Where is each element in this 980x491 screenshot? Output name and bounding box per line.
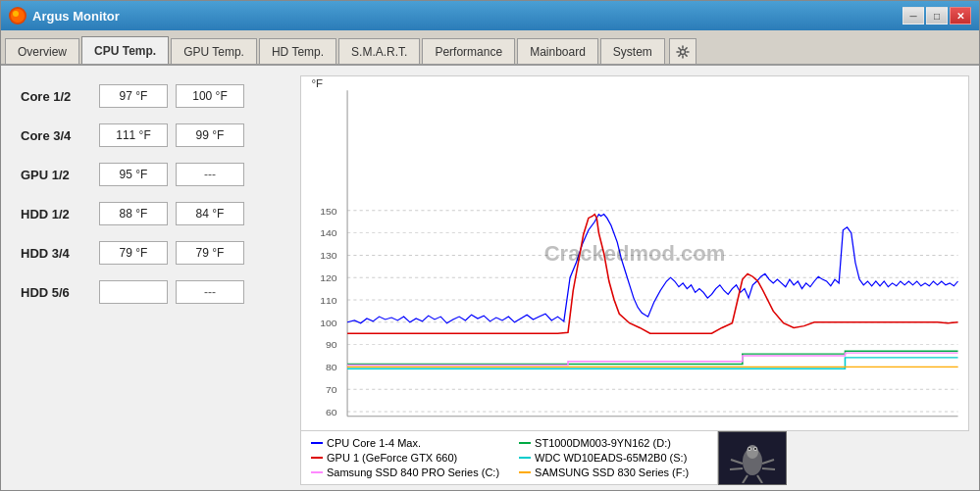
tab-smart[interactable]: S.M.A.R.T. (338, 38, 420, 64)
svg-point-32 (754, 448, 756, 450)
sensor-row-core12: Core 1/2 97 °F 100 °F (21, 80, 276, 112)
tab-overview[interactable]: Overview (5, 38, 79, 64)
svg-text:140: 140 (320, 228, 337, 238)
sensor-row-gpu12: GPU 1/2 95 °F --- (21, 159, 276, 190)
legend-item-cpu: CPU Core 1-4 Max. (311, 436, 499, 449)
svg-text:150: 150 (320, 206, 337, 216)
legend-label-st1000: ST1000DM003-9YN162 (D:) (535, 437, 671, 449)
sensor-row-hdd34: HDD 3/4 79 °F 79 °F (21, 237, 276, 269)
sensor-label-hdd34: HDD 3/4 (21, 246, 99, 261)
legend-color-gpu (311, 457, 323, 459)
legend-item-samsung840: Samsung SSD 840 PRO Series (C:) (311, 466, 499, 479)
svg-line-35 (762, 460, 774, 464)
svg-line-37 (743, 475, 748, 483)
tab-gpu-temp[interactable]: GPU Temp. (171, 38, 257, 64)
svg-point-1 (13, 11, 19, 17)
minimize-button[interactable]: ─ (903, 7, 924, 25)
sensor-val2-core12: 100 °F (176, 84, 244, 108)
sensor-val1-core12: 97 °F (99, 84, 168, 108)
left-panel: Core 1/2 97 °F 100 °F Core 3/4 111 °F 99… (1, 66, 295, 490)
gecko-area (718, 431, 787, 485)
legend-item-gpu: GPU 1 (GeForce GTX 660) (311, 451, 499, 464)
sensor-val2-hdd34: 79 °F (176, 241, 244, 265)
sensor-val2-gpu12: --- (176, 163, 244, 186)
content-area: Core 1/2 97 °F 100 °F Core 3/4 111 °F 99… (1, 66, 979, 490)
app-icon (9, 7, 26, 25)
gecko-logo (723, 434, 782, 483)
sensor-label-gpu12: GPU 1/2 (21, 168, 99, 182)
sensor-val2-hdd56: --- (176, 280, 244, 304)
sensor-label-hdd12: HDD 1/2 (21, 207, 99, 221)
svg-text:80: 80 (326, 363, 337, 372)
app-title: Argus Monitor (32, 9, 120, 24)
right-panel: Crackedmod.com °F 60 70 (295, 66, 979, 490)
svg-point-28 (747, 445, 758, 459)
svg-line-34 (730, 468, 743, 469)
legend-color-samsung840 (311, 471, 323, 473)
legend-label-samsung840: Samsung SSD 840 PRO Series (C:) (327, 466, 499, 478)
temperature-chart: °F 60 70 80 90 100 (301, 76, 968, 430)
chart-container: Crackedmod.com °F 60 70 (300, 75, 969, 431)
settings-button[interactable] (669, 38, 696, 64)
tab-cpu-temp[interactable]: CPU Temp. (81, 36, 169, 64)
legend-item-wdc: WDC WD10EADS-65M2B0 (S:) (519, 451, 707, 464)
title-bar-controls: ─ □ ✕ (903, 7, 971, 25)
svg-text:90: 90 (326, 340, 337, 350)
svg-text:60: 60 (326, 407, 337, 417)
sensor-val1-hdd34: 79 °F (99, 241, 168, 265)
svg-rect-3 (301, 76, 968, 430)
legend-label-samsung830: SAMSUNG SSD 830 Series (F:) (535, 466, 689, 478)
bottom-row: CPU Core 1-4 Max. ST1000DM003-9YN162 (D:… (300, 431, 969, 485)
sensor-val1-core34: 111 °F (99, 123, 168, 147)
maximize-button[interactable]: □ (926, 7, 948, 25)
legend-color-st1000 (519, 442, 531, 444)
tab-mainboard[interactable]: Mainboard (517, 38, 598, 64)
svg-point-2 (680, 49, 685, 54)
sensor-val1-hdd12: 88 °F (99, 202, 168, 225)
sensor-val2-core34: 99 °F (176, 123, 244, 147)
legend-label-cpu: CPU Core 1-4 Max. (327, 437, 421, 449)
svg-text:70: 70 (326, 384, 337, 394)
sensor-val1-hdd56 (99, 280, 168, 304)
gear-icon (676, 45, 690, 59)
legend-item-st1000: ST1000DM003-9YN162 (D:) (519, 436, 707, 449)
sensor-row-hdd12: HDD 1/2 88 °F 84 °F (21, 198, 276, 229)
svg-line-33 (731, 460, 743, 464)
sensor-val2-hdd12: 84 °F (176, 202, 244, 225)
legend-item-samsung830: SAMSUNG SSD 830 Series (F:) (519, 466, 707, 479)
tab-performance[interactable]: Performance (422, 38, 515, 64)
sensor-row-core34: Core 3/4 111 °F 99 °F (21, 120, 276, 151)
sensor-label-core34: Core 3/4 (21, 128, 99, 143)
sensor-row-hdd56: HDD 5/6 --- (21, 276, 276, 308)
svg-point-31 (748, 448, 750, 450)
legend-area: CPU Core 1-4 Max. ST1000DM003-9YN162 (D:… (300, 431, 718, 485)
svg-line-36 (762, 468, 775, 469)
svg-text:120: 120 (320, 272, 337, 282)
svg-text:100: 100 (320, 318, 337, 327)
sensor-val1-gpu12: 95 °F (99, 163, 168, 186)
legend-color-samsung830 (519, 471, 531, 473)
legend-label-gpu: GPU 1 (GeForce GTX 660) (327, 452, 457, 464)
svg-text:110: 110 (320, 295, 337, 305)
tab-hd-temp[interactable]: HD Temp. (259, 38, 336, 64)
svg-text:130: 130 (320, 251, 337, 261)
svg-text:°F: °F (311, 78, 323, 89)
svg-line-38 (757, 475, 762, 483)
close-button[interactable]: ✕ (950, 7, 971, 25)
legend-color-wdc (519, 457, 531, 459)
sensor-label-hdd56: HDD 5/6 (21, 285, 99, 300)
tab-bar: Overview CPU Temp. GPU Temp. HD Temp. S.… (1, 30, 979, 66)
sensor-label-core12: Core 1/2 (21, 89, 99, 104)
legend-color-cpu (311, 442, 323, 444)
main-window: Argus Monitor ─ □ ✕ Overview CPU Temp. G… (0, 0, 980, 491)
title-bar-left: Argus Monitor (9, 7, 120, 25)
title-bar: Argus Monitor ─ □ ✕ (1, 1, 979, 30)
legend-label-wdc: WDC WD10EADS-65M2B0 (S:) (535, 452, 687, 464)
tab-system[interactable]: System (600, 38, 665, 64)
